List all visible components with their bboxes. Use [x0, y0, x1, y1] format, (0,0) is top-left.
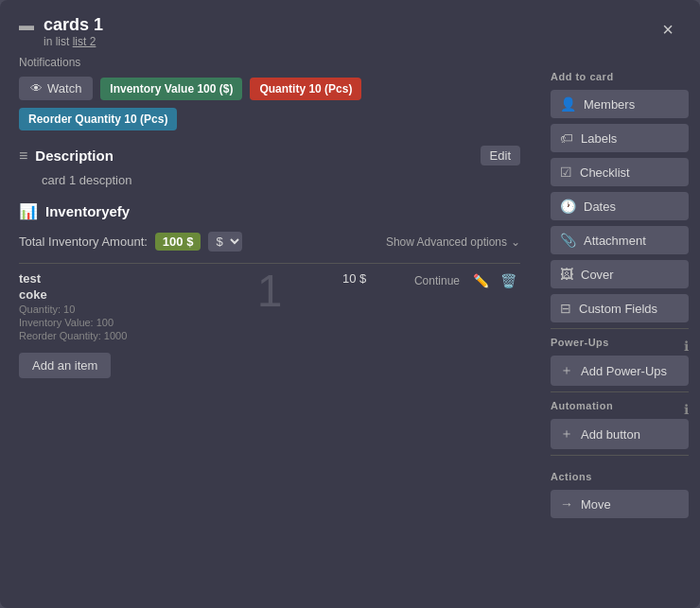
item-reorder-quantity: Reorder Quantity: 1000: [19, 330, 342, 341]
add-button-button[interactable]: ＋ Add button: [551, 419, 689, 449]
cover-icon: 🖼: [560, 267, 573, 282]
custom-fields-label: Custom Fields: [579, 302, 657, 316]
members-icon: 👤: [560, 96, 576, 112]
card-title: cards 1: [44, 15, 103, 35]
move-button[interactable]: → Move: [551, 490, 689, 518]
dates-button[interactable]: 🕐 Dates: [551, 192, 689, 220]
checklist-label: Checklist: [580, 165, 630, 180]
inventory-title: Inventoryefy: [45, 203, 130, 219]
item-name-col: test coke Quantity: 10 Inventory Value: …: [19, 271, 342, 341]
labels-label: Labels: [581, 131, 617, 146]
inventory-tag: Inventory Value 100 ($): [100, 78, 242, 100]
trash-icon: 🗑️: [500, 273, 516, 288]
edit-icon: ✏️: [473, 273, 489, 288]
card-title-block: cards 1 in list list 2: [44, 15, 103, 48]
description-title: Description: [35, 148, 114, 164]
show-advanced-label: Show Advanced options: [386, 235, 507, 249]
add-item-button[interactable]: Add an item: [19, 353, 111, 378]
attachment-icon: 📎: [560, 233, 576, 248]
item-name-test: test: [19, 271, 342, 286]
arrow-right-icon: →: [560, 496, 573, 512]
description-title-row: ≡ Description: [19, 148, 114, 165]
item-name-coke: coke: [19, 287, 342, 302]
total-value: 100 $: [155, 233, 201, 251]
add-button-label: Add button: [581, 427, 640, 442]
inventory-title-row: 📊 Inventoryefy: [19, 202, 520, 220]
description-header: ≡ Description Edit: [19, 146, 520, 165]
attachment-label: Attachment: [584, 234, 646, 248]
cover-label: Cover: [581, 268, 614, 282]
dates-label: Dates: [584, 200, 616, 214]
watch-label: Watch: [47, 81, 81, 96]
delete-item-button[interactable]: 🗑️: [497, 271, 520, 290]
close-button[interactable]: ×: [655, 15, 681, 44]
card-modal: ▬ cards 1 in list list 2 × Notifications…: [0, 0, 700, 608]
move-label: Move: [581, 497, 611, 512]
automation-label: Automation: [551, 400, 613, 411]
description-section: ≡ Description Edit card 1 descption: [19, 146, 520, 187]
notifications-section: Notifications 👁 Watch Inventory Value 10…: [19, 56, 520, 130]
dates-icon: 🕐: [560, 199, 576, 214]
automation-header: Automation ℹ: [551, 400, 689, 419]
inventory-item-row: test coke Quantity: 10 Inventory Value: …: [19, 263, 520, 349]
members-button[interactable]: 👤 Members: [551, 90, 689, 118]
total-label: Total Inventory Amount:: [19, 235, 148, 249]
custom-fields-icon: ⊟: [560, 301, 571, 316]
main-content: Notifications 👁 Watch Inventory Value 10…: [0, 56, 539, 608]
info-icon: ℹ: [684, 339, 689, 354]
list-link[interactable]: list 2: [73, 35, 96, 48]
eye-icon: 👁: [30, 81, 43, 96]
item-quantity: Quantity: 10: [19, 304, 342, 315]
divider-2: [551, 391, 689, 392]
inventory-section: 📊 Inventoryefy Total Inventory Amount: 1…: [19, 202, 520, 378]
total-row: Total Inventory Amount: 100 $ $ € £ Show…: [19, 232, 520, 252]
plus-icon-powerups: ＋: [560, 362, 573, 379]
cover-button[interactable]: 🖼 Cover: [551, 260, 689, 288]
quantity-tag: Quantity 10 (Pcs): [250, 78, 361, 100]
watch-button[interactable]: 👁 Watch: [19, 77, 93, 100]
add-power-ups-label: Add Power-Ups: [581, 364, 667, 378]
divider-1: [551, 328, 689, 329]
item-price-col: 10 $: [342, 271, 409, 286]
checklist-icon: ☑: [560, 165, 572, 180]
description-text: card 1 descption: [19, 173, 520, 187]
notifications-row: 👁 Watch Inventory Value 100 ($) Quantity…: [19, 77, 520, 100]
modal-header: ▬ cards 1 in list list 2 ×: [0, 0, 700, 56]
item-price: 10 $: [342, 271, 366, 286]
reorder-tag: Reorder Quantity 10 (Pcs): [19, 108, 177, 130]
card-subtitle: in list list 2: [44, 35, 103, 48]
edit-item-button[interactable]: ✏️: [469, 271, 493, 290]
item-actions-col: Continue ✏️ 🗑️: [409, 271, 520, 290]
edit-description-button[interactable]: Edit: [481, 146, 520, 165]
card-icon: ▬: [19, 17, 34, 34]
sidebar: Add to card 👤 Members 🏷 Labels ☑ Checkli…: [539, 56, 700, 608]
custom-fields-button[interactable]: ⊟ Custom Fields: [551, 294, 689, 322]
attachment-button[interactable]: 📎 Attachment: [551, 226, 689, 254]
header-left: ▬ cards 1 in list list 2: [19, 15, 103, 48]
currency-select[interactable]: $ € £: [208, 232, 242, 252]
plus-icon-automation: ＋: [560, 426, 573, 443]
members-label: Members: [584, 97, 635, 112]
inventory-icon: 📊: [19, 202, 38, 220]
notifications-label: Notifications: [19, 56, 520, 69]
subtitle-prefix: in list: [44, 35, 69, 48]
continue-button[interactable]: Continue: [409, 272, 465, 289]
labels-button[interactable]: 🏷 Labels: [551, 124, 689, 152]
power-ups-header: Power-Ups ℹ: [551, 337, 689, 356]
power-ups-label: Power-Ups: [551, 337, 609, 348]
add-to-card-label: Add to card: [551, 71, 689, 82]
labels-icon: 🏷: [560, 130, 573, 146]
checklist-button[interactable]: ☑ Checklist: [551, 158, 689, 186]
item-inventory-value: Inventory Value: 100: [19, 317, 342, 328]
add-power-ups-button[interactable]: ＋ Add Power-Ups: [551, 356, 689, 386]
divider-3: [551, 455, 689, 456]
actions-label: Actions: [551, 471, 689, 482]
chevron-down-icon: ⌄: [511, 235, 520, 249]
second-tags-row: Reorder Quantity 10 (Pcs): [19, 108, 520, 130]
modal-body: Notifications 👁 Watch Inventory Value 10…: [0, 56, 700, 608]
description-icon: ≡: [19, 148, 27, 165]
show-advanced-button[interactable]: Show Advanced options ⌄: [386, 235, 520, 249]
info-icon-automation: ℹ: [684, 402, 689, 417]
